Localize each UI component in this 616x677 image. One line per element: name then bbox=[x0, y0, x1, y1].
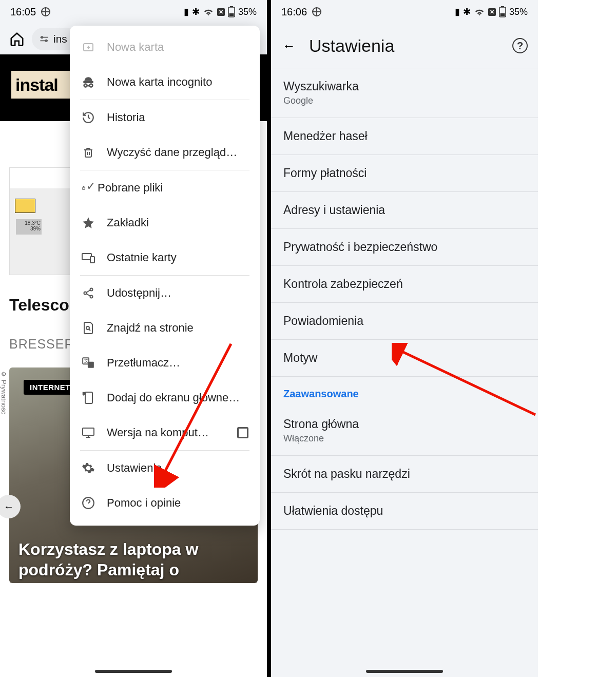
wifi-icon bbox=[203, 7, 214, 16]
menu-downloads[interactable]: ✓ Pobrane pliki bbox=[70, 170, 260, 205]
menu-label: Nowa karta incognito bbox=[107, 75, 212, 89]
page-title: Ustawienia bbox=[309, 36, 500, 56]
menu-new-tab[interactable]: Nowa karta bbox=[70, 30, 260, 65]
back-button[interactable]: ← bbox=[281, 38, 297, 54]
vibrate-icon: ▮ bbox=[184, 6, 189, 17]
nfc-icon: ✕ bbox=[488, 8, 496, 16]
status-bar: 16:06 ▮ ✱ ✕ 35% bbox=[271, 0, 538, 24]
address-text: ins bbox=[53, 33, 67, 45]
row-addresses[interactable]: Adresy i ustawienia bbox=[271, 192, 538, 229]
browser-menu: Nowa karta Nowa karta incognito Historia… bbox=[70, 26, 260, 526]
add-home-icon bbox=[81, 391, 95, 405]
menu-bookmarks[interactable]: Zakładki bbox=[70, 205, 260, 240]
row-accessibility[interactable]: Ułatwienia dostępu bbox=[271, 493, 538, 530]
menu-label: Udostępnij… bbox=[107, 286, 171, 300]
row-theme[interactable]: Motyw bbox=[271, 340, 538, 377]
menu-label: Nowa karta bbox=[107, 41, 164, 54]
menu-label: Historia bbox=[107, 111, 145, 124]
screen-right: 16:06 ▮ ✱ ✕ 35% ← Ustawienia ? Wyszukiwa… bbox=[271, 0, 538, 677]
battery-pct: 35% bbox=[509, 7, 528, 17]
menu-translate[interactable]: 文 Przetłumacz… bbox=[70, 345, 260, 380]
monitor-icon bbox=[81, 425, 95, 440]
row-passwords[interactable]: Menedżer haseł bbox=[271, 118, 538, 155]
article-title: Telesco bbox=[9, 296, 69, 315]
battery-pct: 35% bbox=[238, 7, 257, 17]
svg-rect-2 bbox=[229, 13, 234, 16]
help-icon[interactable]: ? bbox=[512, 38, 528, 53]
status-left: 16:06 bbox=[281, 6, 321, 18]
incognito-icon bbox=[81, 75, 95, 89]
row-primary: Adresy i ustawienia bbox=[283, 203, 526, 217]
svg-rect-13 bbox=[90, 257, 94, 263]
row-notifications[interactable]: Powiadomienia bbox=[271, 303, 538, 340]
share-icon bbox=[81, 286, 95, 300]
row-homepage[interactable]: Strona główna Włączone bbox=[271, 406, 538, 456]
desktop-checkbox[interactable] bbox=[237, 427, 248, 438]
screen-divider bbox=[267, 0, 271, 677]
privacy-tab[interactable]: ⚙Prywatność bbox=[0, 369, 9, 416]
row-primary: Skrót na pasku narzędzi bbox=[283, 467, 526, 481]
screen-left: 16:05 ▮ ✱ ✕ 35% ins instal 18.3°C 39% Te… bbox=[0, 0, 267, 677]
menu-label: Pobrane pliki bbox=[98, 181, 163, 195]
settings-header: ← Ustawienia ? bbox=[271, 24, 538, 68]
menu-clear-data[interactable]: Wyczyść dane przegląda… bbox=[70, 135, 260, 170]
menu-label: Ustawienia bbox=[107, 461, 162, 475]
find-icon bbox=[81, 321, 95, 335]
menu-add-home[interactable]: Dodaj do ekranu głównego bbox=[70, 380, 260, 415]
nav-pill[interactable] bbox=[366, 670, 443, 673]
status-right: ▮ ✱ ✕ 35% bbox=[184, 6, 257, 17]
svg-line-18 bbox=[86, 294, 90, 296]
wifi-icon bbox=[474, 7, 485, 16]
menu-find[interactable]: Znajdź na stronie bbox=[70, 311, 260, 345]
site-logo[interactable]: instal bbox=[9, 69, 76, 101]
svg-line-17 bbox=[86, 290, 90, 293]
row-payments[interactable]: Formy płatności bbox=[271, 155, 538, 192]
row-primary: Powiadomienia bbox=[283, 314, 526, 328]
menu-recent-tabs[interactable]: Ostatnie karty bbox=[70, 240, 260, 275]
menu-settings[interactable]: Ustawienia bbox=[70, 451, 260, 486]
menu-desktop-site[interactable]: Wersja na komput… bbox=[70, 415, 260, 450]
menu-help[interactable]: Pomoc i opinie bbox=[70, 486, 260, 520]
status-left: 16:05 bbox=[10, 6, 50, 18]
svg-point-10 bbox=[84, 84, 87, 87]
menu-label: Wyczyść dane przegląda… bbox=[107, 146, 240, 159]
row-primary: Wyszukiwarka bbox=[283, 80, 526, 93]
row-primary: Prywatność i bezpieczeństwo bbox=[283, 240, 526, 254]
row-primary: Menedżer haseł bbox=[283, 129, 526, 143]
nfc-icon: ✕ bbox=[217, 8, 225, 16]
svg-line-20 bbox=[89, 330, 91, 331]
svg-rect-25 bbox=[83, 428, 94, 435]
svg-point-11 bbox=[90, 84, 92, 87]
settings-list: Wyszukiwarka Google Menedżer haseł Formy… bbox=[271, 68, 538, 530]
new-tab-icon bbox=[81, 40, 95, 54]
menu-history[interactable]: Historia bbox=[70, 100, 260, 135]
home-icon[interactable] bbox=[9, 31, 25, 47]
svg-rect-24 bbox=[85, 392, 92, 403]
bluetooth-icon: ✱ bbox=[463, 6, 471, 17]
svg-rect-31 bbox=[501, 6, 504, 7]
menu-incognito[interactable]: Nowa karta incognito bbox=[70, 65, 260, 100]
gear-icon bbox=[81, 461, 95, 475]
menu-share[interactable]: Udostępnij… bbox=[70, 276, 260, 311]
row-toolbar-shortcut[interactable]: Skrót na pasku narzędzi bbox=[271, 456, 538, 493]
bluetooth-icon: ✱ bbox=[192, 6, 200, 17]
status-right: ▮ ✱ ✕ 35% bbox=[455, 6, 528, 17]
category-badge: INTERNET bbox=[24, 380, 76, 395]
section-advanced: Zaawansowane bbox=[271, 377, 538, 406]
svg-text:文: 文 bbox=[84, 358, 89, 363]
tune-icon bbox=[39, 34, 49, 44]
nav-pill[interactable] bbox=[95, 670, 172, 673]
svg-rect-32 bbox=[500, 13, 505, 16]
row-search-engine[interactable]: Wyszukiwarka Google bbox=[271, 68, 538, 118]
battery-icon bbox=[228, 6, 235, 17]
translate-icon: 文 bbox=[81, 356, 95, 370]
row-primary: Kontrola zabezpieczeń bbox=[283, 277, 526, 291]
history-icon bbox=[81, 110, 95, 125]
row-safety-check[interactable]: Kontrola zabezpieczeń bbox=[271, 266, 538, 303]
devices-icon bbox=[81, 250, 95, 265]
row-privacy[interactable]: Prywatność i bezpieczeństwo bbox=[271, 229, 538, 266]
menu-label: Przetłumacz… bbox=[107, 356, 180, 370]
menu-label: Wersja na komput… bbox=[107, 426, 209, 439]
menu-label: Znajdź na stronie bbox=[107, 321, 194, 335]
menu-label: Zakładki bbox=[107, 216, 149, 229]
